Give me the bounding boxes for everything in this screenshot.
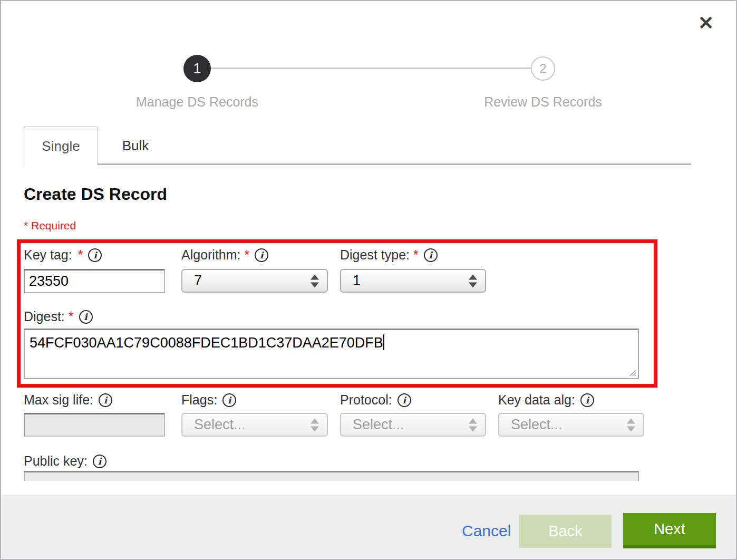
key-data-alg-select[interactable]: Select... bbox=[498, 413, 644, 437]
key-data-alg-selected-value: Select... bbox=[511, 417, 563, 433]
key-data-alg-label-text: Key data alg: bbox=[498, 392, 575, 408]
stepper-step-2-circle: 2 bbox=[531, 56, 555, 81]
required-note: * Required bbox=[24, 219, 76, 232]
flags-selected-value: Select... bbox=[194, 417, 246, 433]
info-icon[interactable]: i bbox=[397, 393, 411, 407]
next-button[interactable]: Next bbox=[623, 513, 716, 548]
required-asterisk: * bbox=[413, 247, 419, 263]
chevron-up-down-icon bbox=[311, 274, 319, 287]
algorithm-select[interactable]: 7 bbox=[181, 269, 328, 293]
flags-label-text: Flags: bbox=[181, 392, 217, 408]
max-sig-life-input[interactable] bbox=[24, 413, 165, 437]
digest-type-select[interactable]: 1 bbox=[340, 269, 486, 293]
key-tag-label-text: Key tag: bbox=[24, 247, 72, 263]
resize-handle-icon[interactable] bbox=[628, 368, 636, 376]
chevron-up-down-icon bbox=[469, 418, 477, 431]
cancel-button[interactable]: Cancel bbox=[462, 522, 511, 540]
tab-bulk[interactable]: Bulk bbox=[98, 128, 173, 163]
algorithm-label-text: Algorithm: bbox=[181, 247, 241, 263]
stepper-step-1-circle: 1 bbox=[183, 55, 211, 82]
required-asterisk: * bbox=[69, 309, 74, 324]
close-icon[interactable]: ✕ bbox=[698, 14, 714, 33]
stepper-connector-line bbox=[211, 67, 531, 69]
text-cursor bbox=[383, 334, 384, 350]
digest-label: Digest: * i bbox=[24, 309, 93, 324]
max-sig-life-label-text: Max sig life: bbox=[24, 392, 93, 408]
info-icon[interactable]: i bbox=[580, 393, 594, 407]
key-tag-label: Key tag: * i bbox=[24, 247, 102, 263]
max-sig-life-label: Max sig life: i bbox=[24, 392, 112, 408]
info-icon[interactable]: i bbox=[424, 248, 438, 262]
stepper-step-2-label: Review DS Records bbox=[459, 94, 627, 110]
digest-type-label: Digest type: * i bbox=[340, 247, 438, 263]
tab-bar-underline bbox=[98, 163, 691, 165]
digest-textarea[interactable]: 54FCF030AA1C79C0088FDEC1BD1C37DAA2E70DFB bbox=[24, 329, 639, 379]
digest-type-label-text: Digest type: bbox=[340, 247, 410, 263]
required-asterisk: * bbox=[245, 247, 250, 263]
protocol-select[interactable]: Select... bbox=[340, 413, 486, 437]
protocol-label-text: Protocol: bbox=[340, 392, 392, 408]
info-icon[interactable]: i bbox=[88, 248, 102, 262]
key-tag-input[interactable] bbox=[24, 269, 165, 293]
flags-label: Flags: i bbox=[181, 392, 236, 408]
info-icon[interactable]: i bbox=[222, 393, 236, 407]
chevron-up-down-icon bbox=[469, 274, 477, 287]
public-key-label: Public key: i bbox=[24, 453, 106, 469]
required-asterisk: * bbox=[78, 247, 83, 263]
stepper-step-1-label: Manage DS Records bbox=[113, 94, 282, 110]
info-icon[interactable]: i bbox=[93, 455, 106, 468]
protocol-selected-value: Select... bbox=[353, 417, 404, 433]
digest-value: 54FCF030AA1C79C0088FDEC1BD1C37DAA2E70DFB bbox=[30, 335, 383, 351]
digest-type-selected-value: 1 bbox=[353, 273, 361, 289]
algorithm-selected-value: 7 bbox=[194, 273, 202, 289]
public-key-textarea[interactable] bbox=[24, 471, 639, 481]
info-icon[interactable]: i bbox=[79, 310, 93, 324]
page-title: Create DS Record bbox=[24, 185, 167, 204]
create-ds-record-modal: ✕ 1 2 Manage DS Records Review DS Record… bbox=[0, 0, 737, 560]
info-icon[interactable]: i bbox=[255, 248, 268, 262]
flags-select[interactable]: Select... bbox=[181, 413, 328, 437]
algorithm-label: Algorithm: * i bbox=[181, 247, 268, 263]
tab-single[interactable]: Single bbox=[24, 127, 98, 165]
protocol-label: Protocol: i bbox=[340, 392, 411, 408]
digest-label-text: Digest: bbox=[24, 309, 65, 324]
chevron-up-down-icon bbox=[627, 418, 635, 431]
key-data-alg-label: Key data alg: i bbox=[498, 392, 594, 408]
chevron-up-down-icon bbox=[311, 418, 319, 431]
info-icon[interactable]: i bbox=[99, 393, 112, 407]
public-key-label-text: Public key: bbox=[24, 453, 88, 469]
back-button[interactable]: Back bbox=[519, 515, 612, 548]
